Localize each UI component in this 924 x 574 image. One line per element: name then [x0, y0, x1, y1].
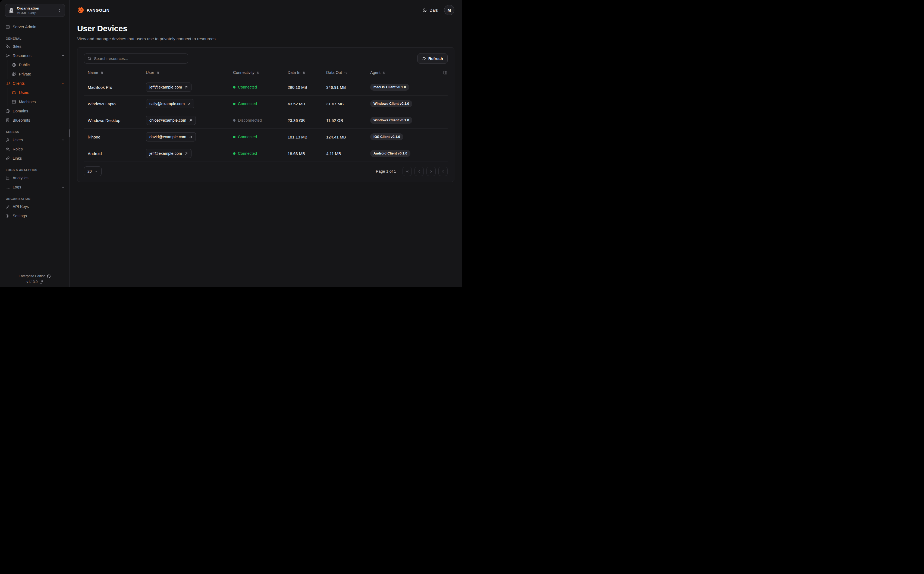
sidebar-item-server-admin[interactable]: Server Admin	[0, 22, 69, 32]
org-selector[interactable]: Organization ACME Corp.	[5, 4, 65, 17]
sidebar-item-blueprints[interactable]: Blueprints	[0, 116, 69, 125]
external-link-icon	[39, 280, 43, 284]
edition-link[interactable]: Enterprise Edition	[19, 274, 51, 278]
sidebar-item-clients[interactable]: Clients	[0, 79, 69, 88]
sidebar-item-users[interactable]: Users	[0, 135, 69, 145]
sort-arrows-icon	[100, 71, 104, 74]
sidebar-item-label: Analytics	[13, 176, 28, 180]
page-head: User Devices View and manage devices tha…	[69, 20, 462, 41]
sidebar-item-roles[interactable]: Roles	[0, 145, 69, 154]
card-toolbar: Refresh	[84, 54, 448, 63]
user-link-button[interactable]: chloe@example.com	[146, 116, 196, 125]
sidebar-item-label: Users	[13, 138, 23, 142]
user-icon	[5, 138, 10, 142]
user-link-button[interactable]: sally@example.com	[146, 99, 194, 108]
users-icon	[5, 147, 10, 151]
server-icon	[5, 25, 10, 29]
pagination: Page 1 of 1	[376, 167, 448, 176]
avatar[interactable]: M	[444, 5, 454, 15]
device-name: Windows Lapto	[88, 101, 146, 106]
chart-line-icon	[5, 176, 10, 180]
section-label-logs-analytics: LOGS & ANALYTICS	[6, 168, 69, 172]
refresh-icon	[422, 57, 426, 60]
table-row: MacBook Pro jeff@example.com Connected 2…	[84, 79, 448, 96]
sidebar-item-private[interactable]: Private	[8, 69, 69, 79]
section-label-general: GENERAL	[6, 37, 69, 40]
user-link-button[interactable]: jeff@example.com	[146, 149, 191, 158]
theme-toggle[interactable]: Dark	[423, 8, 438, 13]
arrow-up-right-icon	[189, 135, 192, 139]
sidebar-item-api-keys[interactable]: API Keys	[0, 202, 69, 211]
server-icon	[12, 99, 16, 104]
sidebar-item-settings[interactable]: Settings	[0, 211, 69, 221]
org-selector-value: ACME Corp.	[17, 11, 54, 15]
sidebar-item-label: Blueprints	[13, 118, 30, 123]
sidebar-item-label: API Keys	[13, 205, 29, 209]
table-header: Name User Connectivity Data In Data Out	[84, 66, 448, 79]
sidebar-item-label: Private	[19, 72, 31, 76]
first-page-button[interactable]	[402, 167, 412, 176]
sidebar-item-sites[interactable]: Sites	[0, 42, 69, 51]
data-out-value: 11.52 GB	[326, 118, 370, 123]
sidebar-item-resources[interactable]: Resources	[0, 51, 69, 60]
search-icon	[87, 57, 91, 60]
clients-subgroup: Users Machines	[8, 88, 69, 106]
user-email: sally@example.com	[150, 101, 185, 106]
org-selector-label: Organization	[17, 6, 54, 10]
user-link-button[interactable]: david@example.com	[146, 132, 196, 142]
globe-icon	[12, 63, 16, 67]
data-out-value: 31.67 MB	[326, 101, 370, 106]
previous-page-button[interactable]	[415, 167, 424, 176]
sidebar-item-links[interactable]: Links	[0, 154, 69, 163]
edition-label: Enterprise Edition	[19, 274, 46, 278]
main-content: PANGOLIN Dark M User Devices View and ma…	[69, 0, 462, 287]
arrow-up-right-icon	[189, 119, 192, 122]
sort-arrows-icon	[302, 71, 306, 74]
version-label: v1.13.0	[26, 280, 38, 284]
last-page-button[interactable]	[438, 167, 448, 176]
column-header-data-out[interactable]: Data Out	[326, 70, 370, 75]
next-page-button[interactable]	[426, 167, 436, 176]
column-header-user[interactable]: User	[146, 70, 233, 75]
refresh-button[interactable]: Refresh	[418, 54, 448, 63]
user-link-button[interactable]: jeff@example.com	[146, 82, 191, 92]
column-label: Data In	[288, 70, 300, 75]
data-in-value: 280.10 MB	[288, 85, 326, 90]
sort-arrows-icon	[156, 71, 160, 74]
laptop-icon	[12, 90, 16, 95]
column-label: Data Out	[326, 70, 342, 75]
sidebar-item-label: Roles	[13, 147, 23, 151]
sidebar-item-public[interactable]: Public	[8, 60, 69, 69]
sidebar-item-label: Machines	[19, 99, 36, 104]
status-label: Connected	[238, 135, 257, 139]
column-header-data-in[interactable]: Data In	[288, 70, 326, 75]
sidebar-resize-handle[interactable]	[69, 129, 70, 137]
connectivity-status: Connected	[233, 85, 288, 89]
org-selector-text: Organization ACME Corp.	[17, 6, 54, 15]
sidebar-item-label: Clients	[13, 81, 25, 85]
brand[interactable]: PANGOLIN	[77, 6, 109, 14]
sidebar-item-client-users[interactable]: Users	[8, 88, 69, 97]
column-header-agent[interactable]: Agent	[370, 70, 440, 75]
user-email: chloe@example.com	[150, 118, 186, 123]
sidebar-nav: Server Admin GENERAL Sites Resources Pub…	[0, 22, 69, 221]
sidebar-item-machines[interactable]: Machines	[8, 97, 69, 106]
column-label: Name	[88, 70, 98, 75]
user-email: jeff@example.com	[150, 151, 182, 156]
sidebar-item-domains[interactable]: Domains	[0, 106, 69, 116]
column-settings-button[interactable]	[443, 70, 448, 75]
sidebar-item-logs[interactable]: Logs	[0, 183, 69, 192]
column-header-name[interactable]: Name	[88, 70, 146, 75]
version-link[interactable]: v1.13.0	[26, 280, 43, 284]
sidebar-item-analytics[interactable]: Analytics	[0, 173, 69, 183]
chevrons-left-icon	[405, 169, 409, 173]
search-box	[84, 54, 188, 63]
page-size-select[interactable]: 20	[84, 166, 102, 176]
monitor-up-icon	[5, 81, 10, 86]
column-header-connectivity[interactable]: Connectivity	[233, 70, 288, 75]
data-in-value: 23.36 GB	[288, 118, 326, 123]
sidebar-item-label: Domains	[13, 109, 28, 113]
chevrons-up-down-icon	[57, 8, 61, 13]
search-input[interactable]	[94, 57, 185, 61]
sidebar: Organization ACME Corp. Server Admin GEN…	[0, 0, 69, 287]
